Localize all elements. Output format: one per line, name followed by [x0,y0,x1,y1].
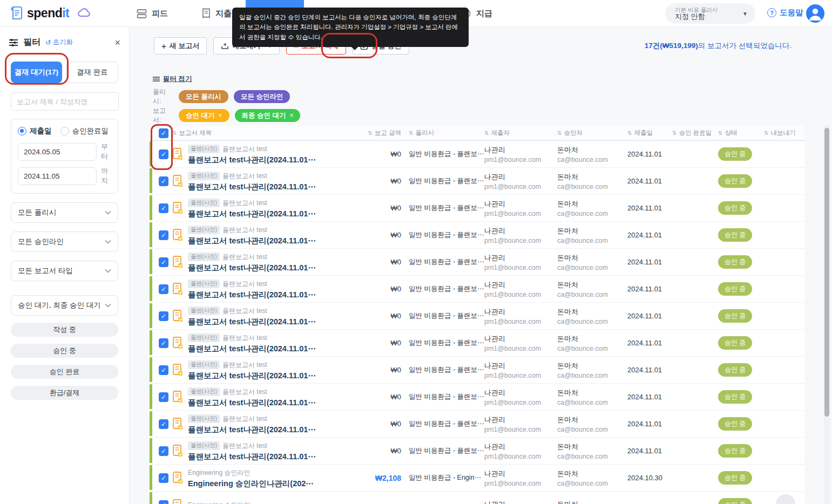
pill-draft[interactable]: 작성 중 [11,323,118,337]
default-policy-selector[interactable]: 기본 비용 폴리시 지정 안함 ▼ [665,3,755,24]
pill-approving[interactable]: 승인 중 [11,344,118,358]
search-input[interactable] [11,92,119,111]
nav-item-label: 피드 [152,9,168,19]
radio-submitted-date[interactable]: 제출일 [18,126,52,136]
status-badge: 승인 중 [718,471,752,485]
avatar[interactable] [806,4,824,23]
approval-status-dropdown[interactable]: 승인 대기, 최종 승인 대기 [11,295,118,316]
help-link[interactable]: ? 도움말 [767,8,803,18]
report-title-link[interactable]: 플랜보고서 test나관리(2024.11.01⋯ [188,236,316,246]
status-badge: 승인 중 [718,147,752,161]
report-type-badge: 플랜(사전) [188,145,220,153]
vertical-scrollbar-thumb[interactable] [824,128,829,417]
column-header-policy[interactable]: ⇅폴리시 [409,129,484,137]
report-type-badge: 플랜(사전) [188,253,220,261]
row-checkbox[interactable]: ✓ [159,257,168,267]
help-label: 도움말 [780,8,803,18]
report-title-link[interactable]: 플랜보고서 test나관리(2024.11.01⋯ [188,209,316,219]
submitter-name: 나관리 [484,334,557,344]
report-title-link[interactable]: 플랜보고서 test나관리(2024.11.01⋯ [188,290,316,300]
radio-dot [60,127,69,135]
report-title-link[interactable]: 플랜보고서 test나관리(2024.11.01⋯ [188,425,316,435]
pill-refund-payment[interactable]: 환급/결제 [11,386,118,400]
report-title-link[interactable]: 플랜보고서 test나관리(2024.11.01⋯ [188,344,316,354]
submitter-name: 나관리 [484,280,557,290]
report-amount: ₩0 [366,150,409,158]
approval-line-dropdown[interactable]: 모든 승인라인 [11,231,118,252]
report-subtitle: 플랜보고서 test [222,172,267,180]
reports-table: ✓ ⇅보고서 제목 ⇅보고 금액 ⇅폴리시 ⇅제출자 ⇅승인자 ⇅제출일 ⇅승인… [150,126,804,504]
nav-item-feed[interactable]: 피드 [137,0,168,27]
approver-name: 돈마처 [557,442,627,452]
report-title-link[interactable]: 플랜보고서 test나관리(2024.11.01⋯ [188,398,316,408]
approver-email: ca@bounce.com [557,399,627,406]
row-checkbox[interactable]: ✓ [159,230,168,240]
approver-email: ca@bounce.com [557,156,627,164]
nav-item-expense[interactable]: 지출 [202,0,232,27]
remove-chip-icon[interactable]: × [218,112,222,119]
row-checkbox[interactable]: ✓ [159,446,168,456]
row-checkbox[interactable]: ✓ [159,500,168,504]
column-header-export[interactable]: ⇅내보내기 [764,129,804,137]
report-title-link[interactable]: 플랜보고서 test나관리(2024.11.01⋯ [188,452,316,462]
date-to-suffix: 까지 [101,166,111,186]
approver-email: ca@bounce.com [557,480,627,487]
approver-name: 돈마처 [557,307,627,317]
report-title-link[interactable]: 플랜보고서 test나관리(2024.11.01⋯ [188,182,316,192]
column-header-status[interactable]: ⇅상태 [718,129,764,137]
column-header-submitted-date[interactable]: ⇅제출일 [627,129,672,137]
radio-approved-date[interactable]: 승인완료일 [60,126,109,136]
row-checkbox[interactable]: ✓ [159,149,168,159]
row-checkbox[interactable]: ✓ [159,284,168,294]
column-header-submitter[interactable]: ⇅제출자 [484,129,557,137]
new-report-button[interactable]: + 새 보고서 [154,37,207,55]
remove-chip-icon[interactable]: × [289,112,293,119]
logo[interactable]: spendit [10,5,92,21]
close-icon[interactable]: × [114,38,120,47]
column-header-amount[interactable]: ⇅보고 금액 [366,129,409,137]
row-checkbox[interactable]: ✓ [159,203,168,213]
sort-icon: ⇅ [557,130,562,136]
row-checkbox[interactable]: ✓ [159,311,168,321]
collapse-filter-link[interactable]: 필터 접기 [153,74,192,84]
policy-dropdown[interactable]: 모든 폴리시 [11,202,118,223]
approver-email: ca@bounce.com [557,237,627,244]
select-all-checkbox[interactable]: ✓ [159,128,168,138]
column-header-approved-date[interactable]: ⇅승인 완료일 [672,129,718,137]
report-title-link[interactable]: 플랜보고서 test나관리(2024.11.01⋯ [188,155,316,165]
chip-all-policies[interactable]: 모든 폴리시 [179,90,228,103]
row-checkbox[interactable]: ✓ [159,392,168,402]
column-header-title[interactable]: ⇅보고서 제목 [172,129,366,137]
row-checkbox[interactable]: ✓ [159,176,168,186]
submitter-name: 나관리 [484,388,557,398]
chip-final-pending-approval[interactable]: 최종 승인 대기 × [235,109,301,122]
approver-email: ca@bounce.com [557,426,627,433]
date-from-input[interactable] [18,143,97,161]
pill-approved[interactable]: 승인 완료 [11,365,118,379]
tab-approval-complete[interactable]: 결재 완료 [66,62,119,83]
table-row: ✓ 플랜(사전)플랜보고서 test 플랜보고서 test나관리(2024.11… [150,411,804,438]
report-subtitle: 플랜보고서 test [222,442,267,449]
report-title-link[interactable]: 플랜보고서 test나관리(2024.11.01⋯ [188,263,316,273]
approver-name: 돈마처 [557,280,627,290]
row-checkbox[interactable]: ✓ [159,473,168,483]
column-header-approver[interactable]: ⇅승인자 [557,129,627,137]
report-amount: ₩0 [366,312,409,320]
report-document-icon [172,499,183,504]
report-type-dropdown[interactable]: 모든 보고서 타입 [11,261,118,281]
row-checkbox[interactable]: ✓ [159,419,168,429]
row-checkbox[interactable]: ✓ [159,338,168,348]
chip-pending-approval[interactable]: 승인 대기 × [179,109,229,122]
report-title-link[interactable]: 플랜보고서 test나관리(2024.11.01⋯ [188,371,316,381]
report-title-link[interactable]: 플랜보고서 test나관리(2024.11.01⋯ [188,317,316,327]
report-policy: 일반 비용환급 - 플랜보⋯ [409,365,484,374]
table-body: ✓ 플랜(사전)플랜보고서 test 플랜보고서 test나관리(2024.11… [150,141,804,504]
chip-all-approval-lines[interactable]: 모든 승인라인 [234,90,290,103]
date-to-input[interactable] [18,167,97,185]
row-checkbox[interactable]: ✓ [159,365,168,375]
report-title-link[interactable]: Engineering 승인라인나관리(202⋯ [188,479,314,489]
tab-pending-approval[interactable]: 결재 대기(17) [11,62,62,83]
report-type-badge: 플랜(사전) [188,333,220,342]
filter-reset-button[interactable]: ↺ 초기화 [45,38,73,47]
sort-icon: ⇅ [368,130,372,136]
